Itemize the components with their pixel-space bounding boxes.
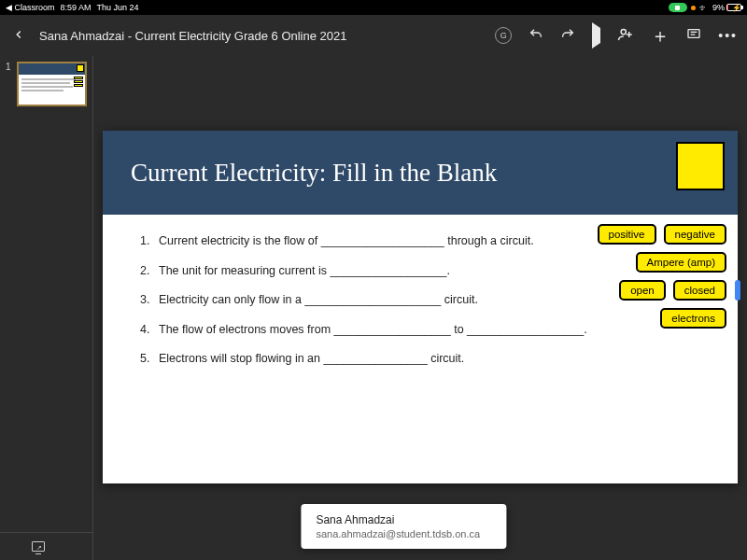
word-tile-ampere[interactable]: Ampere (amp) xyxy=(636,252,727,273)
word-tile-positive[interactable]: positive xyxy=(598,224,656,245)
slide-body[interactable]: Current electricity is the flow of _____… xyxy=(103,215,738,483)
camera-indicator-icon xyxy=(669,3,687,12)
document-title[interactable]: Sana Ahmadzai - Current Electricity Grad… xyxy=(39,29,347,43)
word-tile-negative[interactable]: negative xyxy=(664,224,726,245)
insert-button[interactable]: ＋ xyxy=(651,23,669,49)
comments-button[interactable] xyxy=(686,27,701,45)
thumbnail-footer: ↗ xyxy=(0,532,92,560)
mic-indicator-icon xyxy=(691,6,696,10)
thumbnail-index: 1 xyxy=(6,62,13,106)
collaborator-email: sana.ahmadzai@student.tdsb.on.ca xyxy=(316,528,491,539)
back-button[interactable] xyxy=(9,26,28,46)
google-logo-icon[interactable]: G xyxy=(495,27,512,44)
status-date: Thu Jun 24 xyxy=(97,3,139,12)
share-person-button[interactable] xyxy=(617,26,634,46)
back-to-app[interactable]: ◀ Classroom xyxy=(6,3,55,12)
battery-icon: ⚡ xyxy=(726,4,741,11)
slide[interactable]: Current Electricity: Fill in the Blank C… xyxy=(103,131,738,483)
word-tile-closed[interactable]: closed xyxy=(673,280,726,301)
status-time: 8:59 AM xyxy=(61,3,92,12)
word-bank: positive negative Ampere (amp) open clos… xyxy=(558,224,726,336)
slide-thumbnail-1[interactable] xyxy=(17,62,87,106)
svg-point-0 xyxy=(621,29,626,34)
work-area: 1 ↗ Current Electricit xyxy=(0,56,747,560)
present-button[interactable] xyxy=(592,28,600,43)
ipad-status-bar: ◀ Classroom 8:59 AM Thu Jun 24 ᯤ 9% ⚡ xyxy=(0,0,747,15)
app-toolbar: Sana Ahmadzai - Current Electricity Grad… xyxy=(0,15,747,56)
slide-title-bar[interactable]: Current Electricity: Fill in the Blank xyxy=(103,131,738,215)
list-item[interactable]: Electrons will stop flowing in an ______… xyxy=(153,351,710,368)
draggable-yellow-square[interactable] xyxy=(676,142,725,190)
battery-indicator: 9% ⚡ xyxy=(712,3,741,12)
wifi-icon: ᯤ xyxy=(699,3,709,13)
battery-percent: 9% xyxy=(712,3,725,12)
present-mode-icon[interactable]: ↗ xyxy=(32,541,45,552)
word-tile-electrons[interactable]: electrons xyxy=(660,308,726,329)
undo-button[interactable] xyxy=(529,27,543,45)
collaborator-name: Sana Ahmadzai xyxy=(316,513,491,526)
slide-canvas[interactable]: Current Electricity: Fill in the Blank C… xyxy=(93,56,747,560)
word-tile-open[interactable]: open xyxy=(619,280,666,301)
slide-title[interactable]: Current Electricity: Fill in the Blank xyxy=(131,159,497,188)
svg-rect-3 xyxy=(688,29,699,37)
more-menu-button[interactable]: ••• xyxy=(718,28,738,43)
thumbnail-panel: 1 ↗ xyxy=(0,56,93,560)
redo-button[interactable] xyxy=(560,27,575,45)
collaborator-popover: Sana Ahmadzai sana.ahmadzai@student.tdsb… xyxy=(301,504,506,549)
